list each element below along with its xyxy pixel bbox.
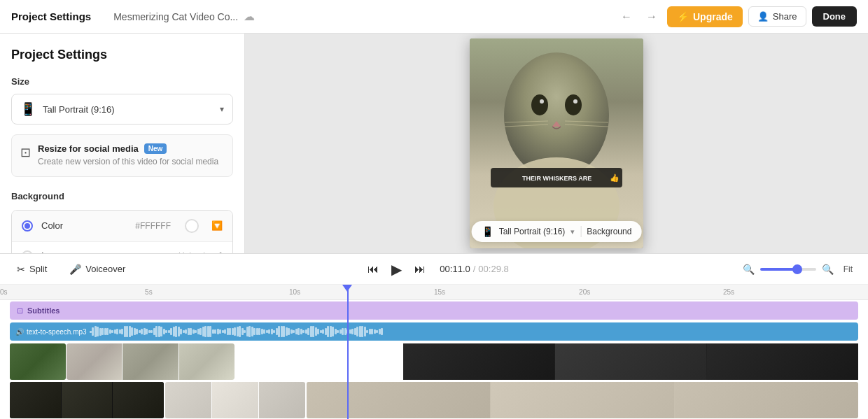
- video-clip-3[interactable]: [403, 343, 858, 380]
- svg-point-5: [573, 99, 578, 104]
- voiceover-button[interactable]: 🎤 Voiceover: [64, 261, 131, 278]
- chevron-down-icon: ▾: [220, 104, 224, 114]
- background-options: Color #FFFFFF 🔽 Image Upload ⤴: [11, 210, 233, 253]
- color-swatch[interactable]: [185, 219, 199, 233]
- done-button[interactable]: Done: [812, 6, 858, 27]
- size-select-inner: 📱 Tall Portrait (9:16): [20, 101, 115, 117]
- center-preview: THEIR WHISKERS ARE 👍 📱 Tall Portrait (9:…: [245, 34, 868, 253]
- resize-title-text: Resize for social media: [38, 143, 139, 154]
- top-actions: ← → ⚡ Upgrade 👤 Share Done: [617, 6, 857, 27]
- voiceover-label: Voiceover: [85, 264, 125, 274]
- time-display: 00:11.0 / 00:29.8: [440, 264, 508, 274]
- color-option-label: Color: [41, 220, 127, 231]
- image-background-option[interactable]: Image Upload ⤴: [12, 242, 232, 253]
- split-icon: ✂: [17, 264, 25, 275]
- subtitles-track[interactable]: ⊡ Subtitles: [10, 301, 858, 320]
- share-icon: 👤: [757, 11, 769, 22]
- timeline-ruler: 0s 5s 10s 15s 20s 25s: [0, 285, 868, 300]
- file-name-text: Mesmerizing Cat Video Co...: [113, 11, 238, 22]
- svg-text:THEIR WHISKERS ARE: THEIR WHISKERS ARE: [522, 175, 592, 182]
- timeline-toolbar: ✂ Split 🎤 Voiceover ⏮ ▶ ⏭ 00:11.0 / 00:2…: [0, 254, 868, 285]
- audio-track-row: 🔊 text-to-speech.mp3 // Generate wavefor…: [0, 321, 868, 342]
- redo-button[interactable]: →: [642, 6, 662, 27]
- size-value: Tall Portrait (9:16): [43, 104, 115, 115]
- resize-text: Resize for social media New Create new v…: [38, 143, 218, 168]
- resize-icon: ⊡: [20, 145, 31, 160]
- svg-point-4: [540, 99, 544, 104]
- resize-title: Resize for social media New: [38, 143, 218, 154]
- fast-forward-button[interactable]: ⏭: [412, 260, 428, 278]
- audio-label: text-to-speech.mp3: [27, 328, 87, 336]
- zoom-out-button[interactable]: 🔍: [743, 264, 755, 275]
- zoom-controls: 🔍 🔍 Fit: [743, 262, 857, 277]
- time-separator: /: [473, 264, 476, 274]
- video-track-1[interactable]: [0, 342, 868, 381]
- resize-card[interactable]: ⊡ Resize for social media New Create new…: [11, 134, 233, 177]
- video-preview-image: THEIR WHISKERS ARE 👍: [470, 38, 643, 248]
- panel-title: Project Settings: [11, 48, 233, 62]
- upgrade-button[interactable]: ⚡ Upgrade: [667, 6, 743, 27]
- svg-point-3: [565, 94, 582, 115]
- current-time: 00:11.0: [440, 264, 470, 274]
- color-hex-value: #FFFFFF: [135, 221, 171, 231]
- subtitles-icon: ⊡: [17, 306, 23, 315]
- color-background-option[interactable]: Color #FFFFFF 🔽: [12, 211, 232, 242]
- portrait-badge[interactable]: 📱 Tall Portrait (9:16) ▾ Background: [472, 221, 642, 242]
- video-clips-group: [66, 343, 858, 380]
- background-section: Background Color #FFFFFF 🔽 Image Upload …: [11, 191, 233, 253]
- video-clip-1[interactable]: [10, 343, 66, 380]
- play-button[interactable]: ▶: [388, 258, 405, 280]
- portrait-phone-icon: 📱: [482, 226, 493, 237]
- size-section-label: Size: [11, 76, 233, 87]
- video-clip-6[interactable]: [307, 382, 858, 418]
- cat-video-frame: THEIR WHISKERS ARE 👍: [470, 38, 643, 248]
- done-label: Done: [823, 11, 846, 22]
- background-section-label: Background: [11, 191, 233, 201]
- share-button[interactable]: 👤 Share: [748, 6, 806, 27]
- project-title: Project Settings: [11, 10, 91, 22]
- top-bar: Project Settings Mesmerizing Cat Video C…: [0, 0, 868, 34]
- audio-waveform: // Generate waveform bars inline documen…: [90, 325, 853, 338]
- portrait-chevron-icon: ▾: [570, 227, 575, 236]
- background-button-label[interactable]: Background: [587, 227, 631, 236]
- fit-button[interactable]: Fit: [839, 262, 857, 277]
- zoom-in-button[interactable]: 🔍: [822, 264, 834, 275]
- rewind-button[interactable]: ⏮: [365, 260, 382, 278]
- share-label: Share: [773, 11, 797, 22]
- play-controls: ⏮ ▶ ⏭: [365, 258, 428, 280]
- portrait-divider: [580, 226, 581, 237]
- upgrade-label: Upgrade: [693, 11, 733, 22]
- split-label: Split: [29, 264, 47, 274]
- size-select[interactable]: 📱 Tall Portrait (9:16) ▾: [11, 94, 233, 125]
- phone-icon: 📱: [20, 101, 36, 117]
- split-button[interactable]: ✂ Split: [11, 261, 52, 278]
- video-clip-group-2[interactable]: [66, 343, 234, 380]
- timeline-area: ✂ Split 🎤 Voiceover ⏮ ▶ ⏭ 00:11.0 / 00:2…: [0, 253, 868, 419]
- video-clip-4[interactable]: [10, 382, 164, 418]
- color-radio[interactable]: [22, 220, 33, 232]
- cloud-icon: ☁: [244, 10, 255, 23]
- resize-description: Create new version of this video for soc…: [38, 156, 218, 168]
- total-time: 00:29.8: [478, 264, 508, 274]
- left-panel: Project Settings Size 📱 Tall Portrait (9…: [0, 34, 245, 253]
- portrait-label: Tall Portrait (9:16): [499, 227, 566, 236]
- eyedropper-icon[interactable]: 🔽: [211, 220, 223, 231]
- video-track-2[interactable]: [0, 381, 868, 419]
- svg-point-2: [531, 94, 548, 115]
- lightning-icon: ⚡: [677, 11, 689, 22]
- new-badge: New: [144, 143, 167, 154]
- subtitles-label: Subtitles: [27, 306, 59, 315]
- file-name-area: Mesmerizing Cat Video Co... ☁: [99, 10, 608, 23]
- audio-icon: 🔊: [15, 328, 24, 336]
- subtitles-track-row: ⊡ Subtitles: [0, 300, 868, 321]
- tracks-container: 0s 5s 10s 15s 20s 25s ⊡ Subtitles �: [0, 285, 868, 419]
- main-content: Project Settings Size 📱 Tall Portrait (9…: [0, 34, 868, 253]
- video-preview: THEIR WHISKERS ARE 👍: [470, 38, 643, 248]
- zoom-slider[interactable]: [760, 268, 816, 271]
- svg-text:👍: 👍: [610, 173, 620, 183]
- video-clip-5[interactable]: [165, 382, 305, 418]
- undo-button[interactable]: ←: [617, 6, 636, 27]
- audio-track[interactable]: 🔊 text-to-speech.mp3 // Generate wavefor…: [10, 322, 858, 341]
- mic-icon: 🎤: [69, 264, 81, 275]
